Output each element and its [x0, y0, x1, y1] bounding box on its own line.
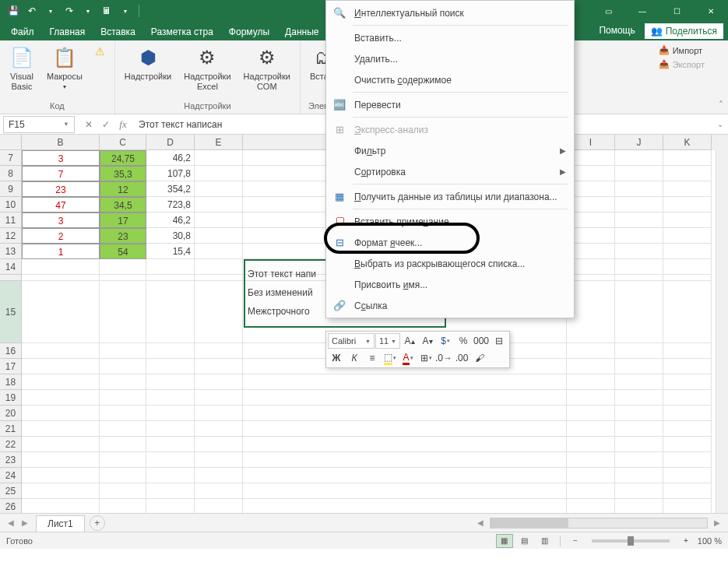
row-header-8[interactable]: 8 — [0, 166, 22, 181]
cell[interactable] — [663, 181, 712, 197]
cell[interactable] — [615, 374, 663, 390]
font-size-select[interactable]: 11 ▼ — [375, 333, 400, 349]
cell[interactable] — [195, 390, 243, 406]
cell[interactable] — [195, 483, 243, 499]
cell[interactable] — [663, 343, 712, 359]
insert-function-button[interactable]: fx — [115, 117, 131, 132]
cell[interactable] — [663, 437, 712, 452]
ctx-delete[interactable]: Удалить... — [326, 48, 574, 69]
col-header-K[interactable]: K — [663, 135, 712, 150]
minimize-button[interactable]: — — [625, 0, 659, 22]
macro-security-warn-icon[interactable]: ⚠ — [92, 44, 108, 59]
horizontal-scrollbar[interactable] — [490, 518, 708, 529]
cell[interactable] — [100, 499, 146, 513]
cell[interactable] — [663, 390, 712, 406]
cell[interactable] — [615, 390, 663, 406]
cell[interactable] — [615, 281, 663, 343]
cell[interactable] — [195, 359, 243, 374]
ctx-pick-from-list[interactable]: Выбрать из раскрывающегося списка... — [326, 253, 574, 274]
cell[interactable] — [146, 390, 195, 406]
ctx-translate[interactable]: 🔤 Перевести — [326, 94, 574, 115]
cell[interactable] — [100, 374, 146, 390]
cell[interactable] — [195, 150, 243, 166]
ctx-insert[interactable]: Вставить... — [326, 27, 574, 48]
undo-dropdown[interactable]: ▾ — [42, 2, 59, 19]
cell[interactable] — [100, 259, 146, 275]
row-header-20[interactable]: 20 — [0, 406, 22, 421]
format-painter-button[interactable]: 🖌 — [471, 350, 488, 366]
cell[interactable] — [100, 452, 146, 468]
save-button[interactable]: 💾 — [5, 2, 22, 19]
comma-format-button[interactable]: 000 — [473, 333, 490, 349]
cell[interactable] — [146, 259, 195, 275]
percent-format-button[interactable]: % — [455, 333, 472, 349]
cell[interactable] — [100, 468, 146, 483]
row-header-22[interactable]: 22 — [0, 437, 22, 452]
borders-button[interactable]: ⊞▾ — [417, 350, 434, 366]
cell[interactable] — [243, 374, 567, 390]
cell[interactable]: 46,2 — [146, 150, 195, 166]
cell[interactable] — [243, 406, 567, 421]
name-box[interactable]: F15 ▼ — [3, 116, 75, 133]
cell[interactable] — [663, 150, 712, 166]
cell[interactable] — [663, 468, 712, 483]
cell[interactable] — [243, 483, 567, 499]
cell[interactable] — [195, 197, 243, 212]
accept-formula-button[interactable]: ✓ — [98, 117, 114, 132]
cell[interactable] — [22, 259, 100, 275]
cell[interactable] — [567, 374, 615, 390]
col-header-J[interactable]: J — [615, 135, 663, 150]
cell[interactable] — [567, 421, 615, 437]
row-header-23[interactable]: 23 — [0, 452, 22, 468]
cell[interactable] — [195, 421, 243, 437]
tab-file[interactable]: Файл — [3, 23, 42, 40]
cell[interactable] — [663, 166, 712, 181]
visual-basic-button[interactable]: 📄 Visual Basic — [6, 44, 37, 93]
decrease-decimal-button[interactable]: .0→ — [435, 350, 452, 366]
cell[interactable]: 1 — [22, 244, 100, 259]
hscroll-left[interactable]: ◀ — [474, 517, 487, 529]
cell[interactable]: 24,75 — [100, 150, 146, 166]
cell[interactable]: 47 — [22, 197, 100, 212]
cell[interactable] — [615, 359, 663, 374]
col-header-C[interactable]: C — [100, 135, 146, 150]
cell[interactable] — [615, 228, 663, 244]
macros-button[interactable]: 📋 Макросы ▾ — [44, 44, 86, 93]
cell[interactable] — [567, 406, 615, 421]
cell[interactable] — [243, 452, 567, 468]
cell[interactable] — [22, 359, 100, 374]
add-sheet-button[interactable]: + — [90, 515, 105, 531]
cell[interactable] — [195, 259, 243, 275]
cell[interactable] — [100, 406, 146, 421]
com-addins-button[interactable]: ⚙ Надстройки COM — [241, 44, 294, 93]
cell[interactable]: 30,8 — [146, 228, 195, 244]
row-header-17[interactable]: 17 — [0, 359, 22, 374]
cell[interactable] — [243, 437, 567, 452]
cell[interactable]: 3 — [22, 150, 100, 166]
cell[interactable] — [615, 166, 663, 181]
sheet-nav-next[interactable]: ▶ — [19, 517, 31, 529]
font-family-select[interactable]: Calibri ▼ — [328, 333, 375, 349]
cell[interactable]: 46,2 — [146, 212, 195, 228]
cell[interactable]: 2 — [22, 228, 100, 244]
cell[interactable]: 107,8 — [146, 166, 195, 181]
cell[interactable] — [615, 421, 663, 437]
select-all-corner[interactable] — [0, 135, 22, 150]
cell[interactable]: 723,8 — [146, 197, 195, 212]
cell[interactable] — [100, 359, 146, 374]
cell[interactable] — [663, 452, 712, 468]
addins-button[interactable]: ⬢ Надстройки — [121, 44, 174, 83]
undo-button[interactable]: ↶ — [23, 2, 40, 19]
accounting-format-button[interactable]: $▾ — [437, 333, 454, 349]
cell[interactable]: 23 — [100, 228, 146, 244]
cell[interactable] — [22, 281, 100, 343]
increase-font-button[interactable]: A▴ — [401, 333, 418, 349]
align-center-button[interactable]: ≡ — [364, 350, 381, 366]
cell[interactable] — [195, 181, 243, 197]
vertical-scrollbar[interactable] — [716, 150, 728, 513]
cell[interactable] — [100, 390, 146, 406]
italic-button[interactable]: К — [346, 350, 363, 366]
cell[interactable] — [100, 421, 146, 437]
col-header-D[interactable]: D — [146, 135, 195, 150]
cell[interactable]: 3 — [22, 212, 100, 228]
